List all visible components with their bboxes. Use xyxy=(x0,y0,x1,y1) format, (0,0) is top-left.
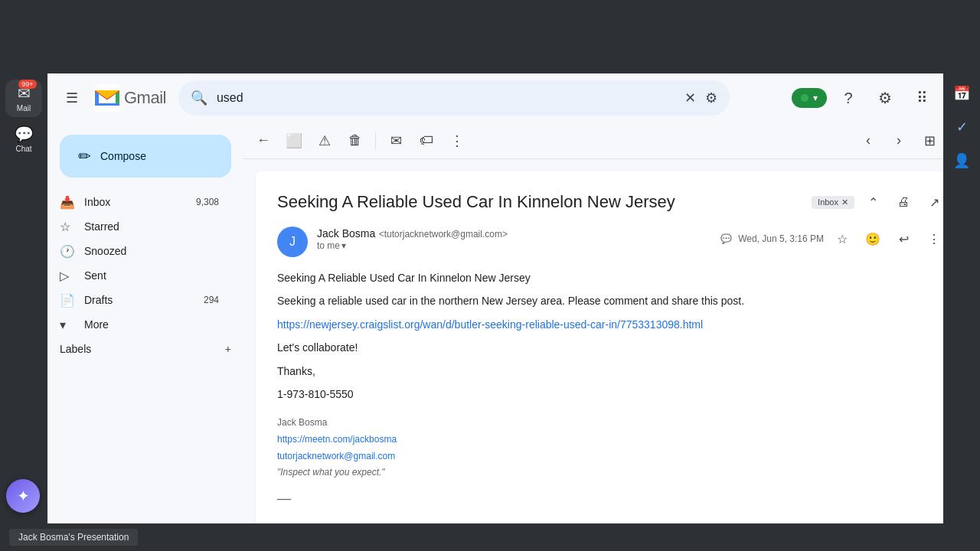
starred-icon: ☆ xyxy=(60,220,75,234)
more-actions-button[interactable]: ⋮ xyxy=(443,127,471,155)
delete-button[interactable]: 🗑 xyxy=(341,127,369,155)
gmail-topbar: ☰ Gmail xyxy=(47,73,980,122)
help-button[interactable]: ? xyxy=(833,83,864,113)
gmail-text: Gmail xyxy=(124,88,166,108)
email-body-title: Seeking A Reliable Used Car In Kinnelon … xyxy=(277,269,946,286)
email-header-right: 💬 Wed, Jun 5, 3:16 PM ☆ 🙂 ↩ ⋮ xyxy=(720,227,946,251)
email-link[interactable]: https://newjersey.craigslist.org/wan/d/b… xyxy=(277,318,703,331)
sent-icon: ▷ xyxy=(60,269,75,283)
sidebar-item-starred[interactable]: ☆ Starred xyxy=(47,214,231,239)
email-content: Seeking A Reliable Used Car In Kinnelon … xyxy=(256,171,968,539)
mail-badge: 99+ xyxy=(18,80,36,89)
chat-icon: 💬 xyxy=(15,125,34,143)
sender-avatar: J xyxy=(277,227,308,257)
email-toolbar: ← ⬜ ⚠ 🗑 ✉ 🏷 ⋮ ‹ › ⊞ ▾ xyxy=(243,122,980,159)
sender-name-row: Jack Bosma <tutorjacknetwork@gmail.com> xyxy=(317,227,711,240)
email-cta: Let's collaborate! xyxy=(277,339,946,356)
email-signature: Jack Bosma https://meetn.com/jackbosma t… xyxy=(277,415,946,481)
reply-button[interactable]: ↩ xyxy=(891,227,916,251)
status-arrow-icon: ▾ xyxy=(813,93,818,103)
email-expand-dots[interactable]: — xyxy=(277,487,946,510)
rail-item-chat[interactable]: 💬 Chat xyxy=(5,120,42,158)
status-button[interactable]: ▾ xyxy=(792,88,827,108)
sender-info: Jack Bosma <tutorjacknetwork@gmail.com> … xyxy=(317,227,711,251)
inbox-badge-close[interactable]: ✕ xyxy=(841,197,848,207)
labels-button[interactable]: 🏷 xyxy=(413,127,440,155)
chrome-bar xyxy=(0,0,980,73)
mail-icon: ✉ 99+ xyxy=(18,84,31,103)
email-header: J Jack Bosma <tutorjacknetwork@gmail.com… xyxy=(277,227,946,257)
sidebar-item-more[interactable]: ▾ More xyxy=(47,312,231,337)
sig-quote: "Inspect what you expect." xyxy=(277,465,946,481)
email-thanks: Thanks, xyxy=(277,363,946,380)
search-filter-button[interactable]: ⚙ xyxy=(705,90,717,106)
back-button[interactable]: ← xyxy=(250,127,277,155)
right-panel-calendar[interactable]: 📅 xyxy=(948,80,975,107)
sidebar-item-drafts[interactable]: 📄 Drafts 294 xyxy=(47,288,231,312)
inbox-label: Inbox xyxy=(84,196,196,208)
sidebar-item-sent[interactable]: ▷ Sent xyxy=(47,263,231,288)
inbox-badge: Inbox ✕ xyxy=(812,196,854,209)
spam-button[interactable]: ⚠ xyxy=(311,127,338,155)
taskbar-presentation[interactable]: Jack Bosma's Presentation xyxy=(9,529,138,546)
search-icon: 🔍 xyxy=(191,90,207,106)
drafts-icon: 📄 xyxy=(60,293,75,308)
sender-name: Jack Bosma xyxy=(317,227,375,240)
search-clear-button[interactable]: ✕ xyxy=(684,90,696,106)
status-indicator xyxy=(801,94,808,102)
print-button[interactable]: 🖨 xyxy=(891,190,916,214)
sender-email: <tutorjacknetwork@gmail.com> xyxy=(379,229,508,240)
email-view-container: ← ⬜ ⚠ 🗑 ✉ 🏷 ⋮ ‹ › ⊞ ▾ Seeking A Reliable xyxy=(243,122,980,551)
archive-button[interactable]: ⬜ xyxy=(280,127,308,155)
labels-section: Labels + xyxy=(47,337,243,361)
email-timestamp-icon: 💬 xyxy=(720,233,732,244)
more-expand-icon: ▾ xyxy=(60,318,75,332)
search-bar: 🔍 ✕ ⚙ xyxy=(178,80,730,116)
magic-button[interactable]: ✦ xyxy=(6,479,40,513)
menu-button[interactable]: ☰ xyxy=(57,83,87,113)
sig-link2[interactable]: tutorjacknetwork@gmail.com xyxy=(277,451,395,461)
apps-button[interactable]: ⠿ xyxy=(906,83,937,113)
gmail-m-icon xyxy=(93,84,121,112)
sidebar-item-inbox[interactable]: 📥 Inbox 9,308 xyxy=(47,190,231,214)
sidebar: ✏ Compose 📥 Inbox 9,308 ☆ Starred 🕐 Snoo… xyxy=(47,122,243,551)
settings-button[interactable]: ⚙ xyxy=(870,83,900,113)
add-label-button[interactable]: + xyxy=(225,343,231,355)
to-me-label[interactable]: to me ▾ xyxy=(317,240,711,251)
mail-label: Mail xyxy=(17,104,31,112)
next-email-button[interactable]: › xyxy=(885,127,913,155)
inbox-count: 9,308 xyxy=(196,197,219,207)
compose-label: Compose xyxy=(100,150,146,162)
drafts-label: Drafts xyxy=(84,294,204,306)
prev-email-button[interactable]: ‹ xyxy=(854,127,882,155)
search-input[interactable] xyxy=(217,91,675,105)
more-label: More xyxy=(84,318,219,331)
email-body-intro: Seeking a reliable used car in the north… xyxy=(277,292,946,309)
email-subject: Seeking A Reliable Used Car In Kinnelon … xyxy=(277,192,805,212)
email-timestamp: Wed, Jun 5, 3:16 PM xyxy=(738,233,824,244)
gmail-main: ✏ Compose 📥 Inbox 9,308 ☆ Starred 🕐 Snoo… xyxy=(47,122,980,551)
view-toggle-button[interactable]: ⊞ xyxy=(916,127,943,155)
sidebar-item-snoozed[interactable]: 🕐 Snoozed xyxy=(47,239,231,263)
compose-button[interactable]: ✏ Compose xyxy=(60,135,231,178)
collapse-button[interactable]: ⌃ xyxy=(861,190,885,214)
svg-rect-8 xyxy=(95,103,119,106)
sig-link1[interactable]: https://meetn.com/jackbosma xyxy=(277,434,397,445)
compose-icon: ✏ xyxy=(78,147,91,165)
emoji-react-button[interactable]: 🙂 xyxy=(861,227,885,251)
star-button[interactable]: ☆ xyxy=(830,227,854,251)
inbox-icon: 📥 xyxy=(60,195,75,210)
right-panel-contacts[interactable]: 👤 xyxy=(948,147,975,174)
email-body: Seeking A Reliable Used Car In Kinnelon … xyxy=(277,269,946,510)
move-button[interactable]: ✉ xyxy=(382,127,410,155)
email-subject-row: Seeking A Reliable Used Car In Kinnelon … xyxy=(277,190,946,214)
taskbar: Jack Bosma's Presentation xyxy=(0,523,980,551)
right-panel-tasks[interactable]: ✓ xyxy=(948,113,975,141)
to-chevron-icon: ▾ xyxy=(341,240,346,251)
snoozed-label: Snoozed xyxy=(84,245,219,257)
rail-item-mail[interactable]: ✉ 99+ Mail xyxy=(5,80,42,117)
right-panel: 📅 ✓ 👤 ‹ xyxy=(943,73,980,551)
email-phone: 1-973-810-5550 xyxy=(277,386,946,403)
toolbar-separator-1 xyxy=(375,132,376,150)
drafts-count: 294 xyxy=(204,295,219,305)
